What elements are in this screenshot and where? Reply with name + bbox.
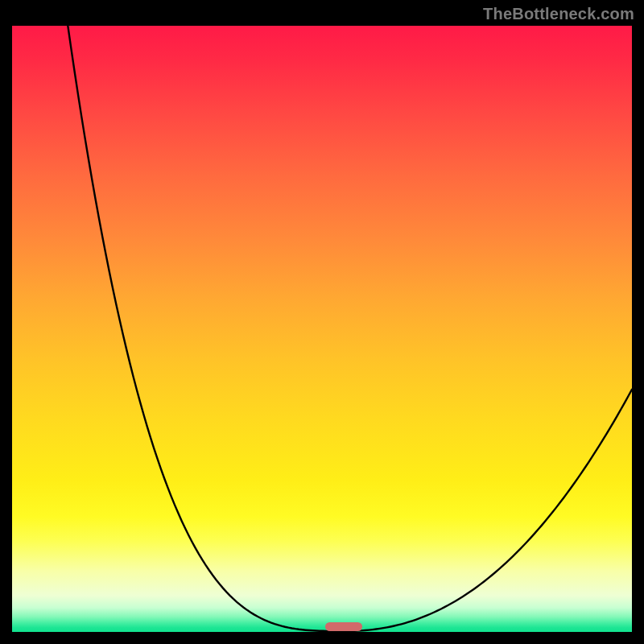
- minimum-marker: [325, 622, 362, 631]
- watermark-text: TheBottleneck.com: [483, 5, 634, 23]
- bottleneck-curve: [12, 26, 632, 632]
- plot-area: [12, 26, 632, 632]
- outer-frame: TheBottleneck.com: [0, 0, 644, 644]
